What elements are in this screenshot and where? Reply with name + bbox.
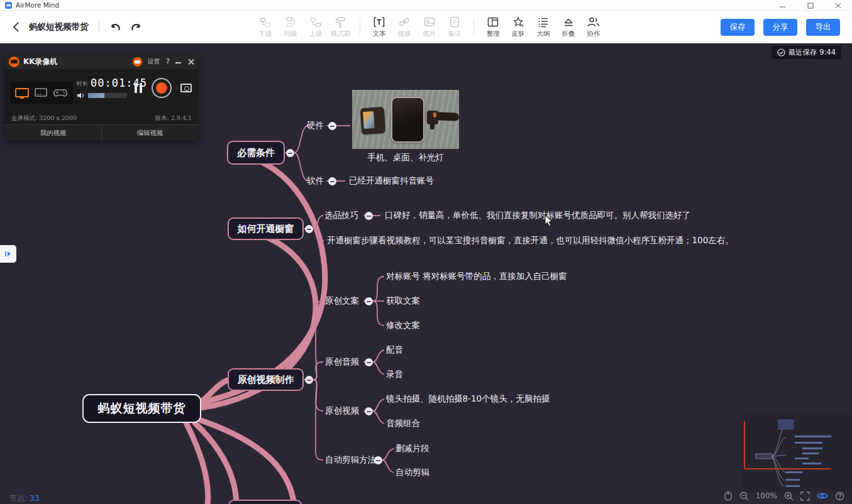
leaf-open-steps-text[interactable]: 开通橱窗步骤看视频教程，可以某宝搜抖音橱窗，直接开通，也可以用轻抖微信小程序互粉… [327,235,734,246]
close-button[interactable] [824,0,852,11]
tool-link[interactable]: 链接 [392,16,416,38]
leaf-software-text[interactable]: 已经开通橱窗抖音账号 [349,175,434,187]
record-version-text: 版本: 2.9.4.1 [155,114,192,123]
share-button[interactable]: 分享 [763,19,797,36]
branch-node-partial[interactable] [228,500,302,504]
collapse-button[interactable] [305,225,313,233]
app-logo-icon [5,2,12,9]
recorder-close-button[interactable] [187,58,194,65]
leaf-recording[interactable]: 录音 [386,369,403,380]
zoom-in-button[interactable] [784,491,794,501]
subtopic-hardware[interactable]: 硬件 [307,120,324,131]
export-button[interactable]: 导出 [806,19,840,36]
branch-node-video-production[interactable]: 原创视频制作 [228,368,304,391]
toolbar-tools: 下级 同级 上级 格式刷 文本 链接 [253,11,606,43]
leaf-audio-combine[interactable]: 音频组合 [386,418,420,429]
tool-text[interactable]: 文本 [367,16,391,38]
recorder-minimize-button[interactable] [175,58,182,65]
game-mode-icon[interactable] [53,88,68,98]
tool-parent-node[interactable]: 上级 [304,16,328,38]
leaf-selection-tips-text[interactable]: 口碑好，销量高，单价低、我们直接复制对标账号优质品即可。别人帮我们选好了 [385,210,690,221]
os-titlebar: AirMore Mind [0,0,852,11]
leaf-benchmark-account[interactable]: 对标账号 将对标账号带的品，直接加入自己橱窗 [386,271,567,282]
subtopic-original-video[interactable]: 原创视频 [325,405,359,417]
expand-panel-toggle[interactable] [0,245,16,263]
leaf-auto-cut[interactable]: 自动剪辑 [396,467,429,478]
window-mode-icon[interactable] [35,88,47,98]
minimize-button[interactable] [769,0,797,11]
volume-slider[interactable] [88,93,127,98]
collapse-button[interactable] [374,456,382,464]
minimap[interactable] [742,415,852,491]
save-button[interactable]: 保存 [721,19,755,36]
eye-view-button[interactable] [817,491,828,500]
link-icon [399,16,410,28]
format-painter-icon [335,16,346,28]
subtopic-original-copy[interactable]: 原创文案 [325,295,359,307]
tool-outline[interactable]: 大纲 [531,16,555,38]
tab-edit-videos[interactable]: 编辑视频 [102,125,198,141]
leaf-edit-copy[interactable]: 修改文案 [386,320,420,331]
drag-mode-icon[interactable] [723,491,733,501]
toolbar-divider [473,19,474,35]
skin-icon [512,16,524,28]
toolbar-divider [360,19,360,35]
tripod [435,112,459,121]
kk-recorder-window[interactable]: KK录像机 设置 ? 时长 00:01:45 [5,54,198,141]
pause-button[interactable] [134,83,143,93]
fit-screen-button[interactable] [800,491,810,501]
tool-skin[interactable]: 皮肤 [506,16,530,38]
zoom-out-button[interactable] [739,491,749,501]
stop-record-button[interactable] [152,78,172,98]
tool-image[interactable]: 图片 [418,16,441,38]
tool-collaborate[interactable]: 协作 [582,16,606,38]
collapse-button[interactable] [328,122,336,130]
tool-organize[interactable]: 整理 [481,16,505,38]
branch-node-open-showcase[interactable]: 如何开通橱窗 [228,217,304,240]
recorder-titlebar[interactable]: KK录像机 设置 ? [5,54,198,69]
collapse-button[interactable] [305,376,313,384]
tab-my-videos[interactable]: 我的视频 [5,125,102,141]
screenshot-button[interactable] [180,84,192,92]
leaf-trim-clips[interactable]: 删减片段 [396,443,429,454]
tool-format-painter[interactable]: 格式刷 [329,16,353,38]
collapse-button[interactable] [365,407,373,415]
view-controls: 100% [723,491,844,501]
fold-icon [563,16,574,28]
tool-child-node[interactable]: 下级 [253,16,277,38]
recorder-settings[interactable]: 设置 [148,57,160,66]
help-button[interactable] [835,491,844,501]
text-icon [373,16,385,28]
mindmap-canvas[interactable]: 蚂蚁短视频带货 必需条件 如何开通橱窗 原创视频制作 硬件 手机、桌面、补光灯 … [0,43,852,504]
node-count-value: 33 [30,494,39,503]
tool-note[interactable]: 备注 [443,16,467,38]
redo-button[interactable] [130,21,142,33]
subtopic-selection-tips[interactable]: 选品技巧 [324,210,358,221]
root-node[interactable]: 蚂蚁短视频带货 [82,394,201,423]
leaf-get-copy[interactable]: 获取文案 [386,295,420,307]
back-button[interactable] [10,21,21,33]
maximize-button[interactable] [797,0,824,11]
volume-control[interactable] [77,92,127,99]
collapse-button[interactable] [328,177,336,185]
tool-fold[interactable]: 折叠 [556,16,580,38]
recorder-title: KK录像机 [23,57,58,67]
webcam-icon[interactable] [133,57,142,67]
collapse-button[interactable] [286,149,294,157]
recorder-help-button[interactable]: ? [166,57,170,66]
branch-node-requirements[interactable]: 必需条件 [227,141,285,165]
collapse-button[interactable] [365,358,373,366]
collapse-button[interactable] [365,212,373,220]
leaf-shooting[interactable]: 镜头拍摄、随机拍摄8-10个镜头，无脑拍摄 [386,393,550,405]
collapse-button[interactable] [365,297,373,305]
record-mode-switcher[interactable] [10,82,73,104]
undo-button[interactable] [109,21,122,33]
subtopic-software[interactable]: 软件 [307,175,324,187]
subtopic-auto-edit[interactable]: 自动剪辑方法 [325,454,376,466]
leaf-dubbing[interactable]: 配音 [386,344,403,356]
screen-mode-icon[interactable] [15,87,29,99]
node-count-status: 节点:33 [9,493,39,504]
hardware-photo[interactable] [352,90,459,149]
tool-sibling-node[interactable]: 同级 [279,16,302,38]
subtopic-original-audio[interactable]: 原创音频 [325,356,359,368]
